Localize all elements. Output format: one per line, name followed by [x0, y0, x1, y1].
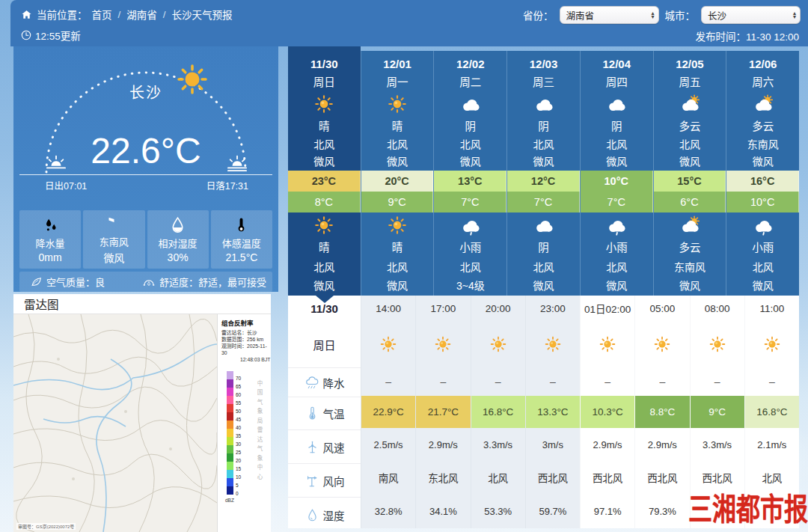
hour-time: 11:00 [745, 296, 799, 321]
hour-wind-speed: 3m/s [526, 428, 580, 461]
radar-legend-title: 组合反射率 [221, 318, 271, 327]
stat-icon [232, 215, 251, 234]
night-wind-direction: 北风 [361, 258, 434, 277]
stat-label: 体感温度 [222, 236, 261, 250]
night-condition: 晴 [288, 238, 361, 258]
breadcrumb-province-link[interactable]: 湖南省 [126, 7, 157, 22]
day-forecast-column[interactable]: 12/03 周三 阴 北风 微风 12°C 7°C 阴 北风 微风 [506, 51, 580, 296]
radar-legend: 组合反射率 雷达站名：长沙数据范围：256 km观测时间：2025-11-301… [217, 314, 271, 532]
day-condition: 多云 [726, 117, 799, 136]
hour-time: 23:00 [526, 296, 580, 321]
day-weekday: 周日 [288, 73, 361, 91]
day-weekday: 周二 [434, 73, 506, 91]
day-condition: 晴 [288, 117, 361, 136]
city-select[interactable]: 长沙 ▴▾ [701, 6, 801, 24]
breadcrumb-home-link[interactable]: 首页 [92, 7, 112, 22]
day-condition: 阴 [507, 117, 580, 136]
hour-wind-speed: 2.9m/s [416, 428, 470, 461]
day-wind-level: 微风 [434, 153, 506, 171]
night-condition: 小雨 [726, 238, 799, 258]
radar-info-line: 12:48:03 BJT [221, 356, 271, 363]
day-weekday: 周一 [361, 73, 434, 91]
day-weather-icon [434, 91, 506, 117]
day-wind-level: 微风 [726, 153, 799, 171]
scale-tick-label: 30 [236, 441, 241, 447]
horizon-line [19, 174, 272, 175]
current-stat-tile: 相对湿度 30% [147, 210, 209, 269]
scale-color-swatch [227, 388, 233, 396]
hour-time: 20:00 [471, 296, 525, 321]
current-stat-tile: 体感温度 21.5°C [211, 210, 272, 269]
scale-tick-label: 20 [236, 458, 241, 463]
row-label-text: 湿度 [323, 507, 345, 523]
hour-time: 08:00 [691, 296, 744, 321]
air-quality: 空气质量：良 [30, 275, 142, 289]
hour-weather-icon [416, 321, 470, 367]
province-select[interactable]: 湖南省 ▴▾ [560, 6, 659, 24]
day-high-temp: 16°C [726, 171, 799, 192]
comfort: 舒适度：舒适，最可接受 [142, 275, 266, 289]
day-forecast-column[interactable]: 11/30 周日 晴 北风 微风 23°C 8°C 晴 北风 微风 [288, 46, 361, 296]
breadcrumb-label: 当前位置： [37, 7, 88, 22]
stat-icon [41, 215, 60, 234]
row-label-text: 风速 [323, 439, 345, 455]
night-condition: 小雨 [581, 238, 653, 258]
day-forecast-column[interactable]: 12/06 周六 多云 东南风 微风 16°C 10°C 小雨 北风 微风 [726, 51, 799, 296]
scale-tick-label: 65 [236, 384, 241, 389]
scale-tick-label: 25 [236, 450, 241, 455]
stat-icon [168, 215, 187, 234]
sun-path-arc [13, 46, 278, 196]
hour-forecast-column: 01日02:00 – 10.3°C 2.9m/s 西北风 97.1% [580, 296, 634, 528]
day-wind-level: 微风 [288, 153, 361, 171]
day-forecast-column[interactable]: 12/05 周五 多云 北风 微风 15°C 6°C 多云 东南风 微风 [653, 51, 726, 296]
weather-page: 当前位置： 首页 / 湖南省 / 长沙天气预报 12:55更新 省份： 湖南省 … [0, 0, 808, 532]
clock-icon [21, 30, 31, 40]
hour-wind-speed: 3.3m/s [471, 428, 525, 461]
leaf-icon [30, 275, 43, 288]
night-weather-icon [726, 213, 799, 238]
radar-map-image: 组合反射率 雷达站名：长沙数据范围：256 km观测时间：2025-11-301… [13, 314, 271, 532]
day-date: 11/30 [288, 55, 361, 73]
day-date: 12/03 [507, 55, 580, 73]
night-wind-level: 微风 [726, 277, 799, 296]
night-wind-level: 微风 [581, 277, 653, 296]
day-date: 12/04 [581, 55, 653, 73]
day-weather-icon [581, 91, 653, 117]
row-label-text: 气温 [323, 406, 345, 421]
city-select-value: 长沙 [708, 8, 726, 22]
radar-color-scale: 7065605550454035302520151050 [227, 371, 241, 495]
stat-value: 21.5°C [225, 251, 257, 263]
hour-humidity: 34.1% [416, 494, 470, 528]
day-forecast-column[interactable]: 12/02 周二 阴 北风 微风 13°C 7°C 小雨 北风 3~4级 [433, 51, 506, 296]
hour-time: 05:00 [635, 296, 689, 321]
day-forecast-column[interactable]: 12/01 周一 晴 北风 微风 20°C 9°C 晴 北风 微风 [361, 51, 434, 296]
hour-temperature: 16.8°C [471, 396, 525, 428]
air-quality-text: 空气质量：良 [46, 275, 105, 289]
day-date: 12/02 [434, 55, 506, 73]
breadcrumb-city-link[interactable]: 长沙天气预报 [172, 7, 233, 22]
day-weather-icon [288, 91, 361, 117]
row-label-icon [304, 439, 320, 455]
hour-weather-icon [745, 321, 799, 367]
home-icon [21, 9, 32, 20]
hour-wind-direction: 东北风 [416, 461, 470, 494]
day-forecast-column[interactable]: 12/04 周四 阴 北风 微风 10°C 7°C 小雨 北风 微风 [580, 51, 653, 296]
hour-humidity: 97.1% [581, 494, 634, 528]
stat-label: 相对湿度 [159, 236, 198, 250]
day-high-temp: 15°C [654, 171, 726, 192]
row-label-icon [304, 406, 320, 421]
stat-value: 微风 [103, 250, 124, 265]
hourly-label-column: 11/30 周日 降水 气温 风速 风向 湿度 [288, 296, 361, 528]
breadcrumb: 当前位置： 首页 / 湖南省 / 长沙天气预报 [21, 7, 233, 22]
night-wind-direction: 北风 [581, 258, 653, 277]
night-wind-level: 微风 [507, 277, 580, 296]
scale-color-swatch [227, 421, 233, 429]
day-low-temp: 8°C [288, 192, 361, 213]
hour-wind-direction: 南风 [361, 461, 415, 494]
day-low-temp: 7°C [581, 192, 653, 213]
current-stat-tile: 东南风 微风 [83, 210, 144, 269]
day-weather-icon [726, 91, 799, 117]
hour-temperature: 9°C [691, 396, 744, 428]
hour-time: 01日02:00 [581, 296, 634, 321]
night-wind-level: 微风 [361, 277, 434, 296]
